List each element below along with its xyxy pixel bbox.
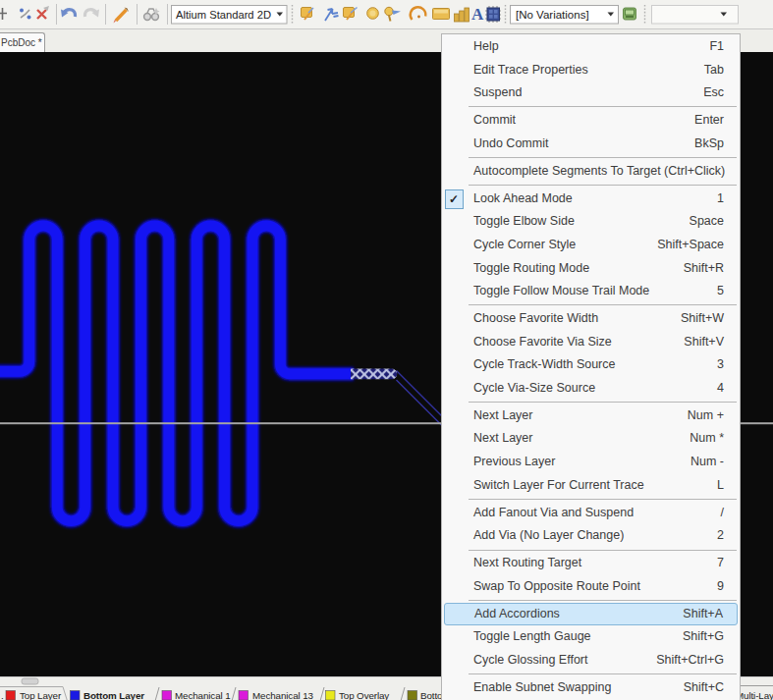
svg-text:A: A — [471, 5, 484, 24]
svg-text:[No Variations]: [No Variations] — [516, 9, 589, 21]
svg-text:Altium Standard 2D: Altium Standard 2D — [176, 9, 271, 21]
